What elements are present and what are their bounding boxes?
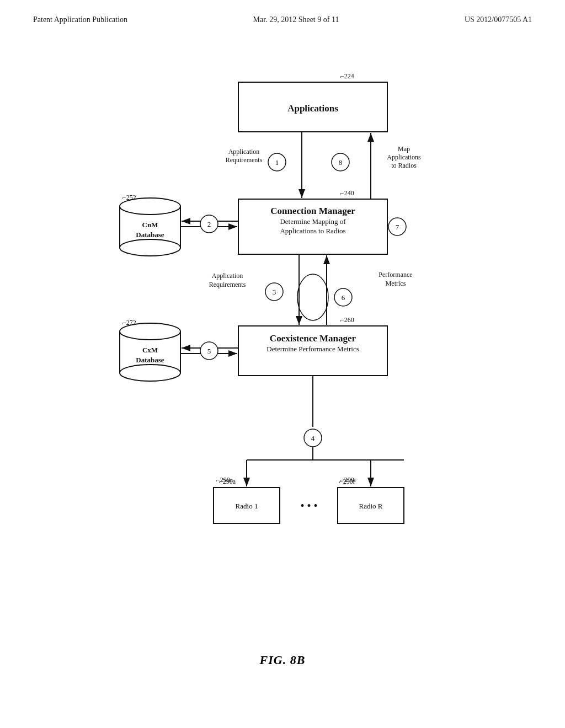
connection-manager-sublabel1: Determine Mapping of	[280, 217, 346, 226]
cnm-db-top	[120, 198, 180, 215]
step-5-label: 5	[207, 347, 211, 355]
ref-240: ⌐240	[340, 189, 354, 197]
ref-290a-label: ⌐290a	[219, 478, 236, 485]
cnm-db-bottom	[120, 239, 180, 256]
step-2-label: 2	[207, 220, 211, 228]
applications-label: Applications	[287, 103, 338, 114]
app-req-label-1b: Requirements	[226, 156, 263, 164]
step-8-label: 8	[339, 158, 343, 167]
ref-224: ⌐224	[340, 72, 354, 80]
cxm-db-label1: CxM	[142, 346, 158, 354]
cnm-db-label1: CnM	[142, 221, 158, 229]
step-3-label: 3	[273, 288, 276, 296]
loop-oval	[297, 274, 328, 320]
cnm-db-label2: Database	[136, 231, 164, 239]
ref-260: ⌐260	[340, 316, 354, 324]
map-apps-label-b: Applications	[387, 153, 421, 161]
step-4-label: 4	[311, 434, 315, 442]
cxm-db-top	[120, 323, 180, 340]
step-1-label: 1	[275, 158, 279, 167]
header-left: Patent Application Publication	[33, 15, 127, 24]
ref-290r-label: ⌐290r	[339, 478, 355, 485]
radio1-label: Radio 1	[236, 502, 258, 510]
app-req-label-1a: Application	[228, 148, 260, 156]
map-apps-label-c: to Radios	[391, 162, 417, 169]
cxm-db-label2: Database	[136, 356, 164, 364]
page-header: Patent Application Publication Mar. 29, …	[0, 0, 565, 30]
app-req-label-3a: Application	[212, 272, 243, 280]
coexistence-manager-label: Coexistence Manager	[270, 333, 356, 344]
perf-metrics-label-a: Performance	[379, 271, 412, 279]
map-apps-label-a: Map	[398, 145, 410, 153]
coexistence-manager-sublabel: Determine Performance Metrics	[266, 345, 359, 353]
perf-metrics-label-b: Metrics	[386, 280, 406, 287]
diagram-area: text { font-family: 'Times New Roman', T…	[0, 30, 565, 678]
dots-label: • • •	[300, 500, 317, 512]
step-7-label: 7	[396, 223, 399, 231]
header-right: US 2012/0077505 A1	[465, 15, 532, 24]
app-req-label-3b: Requirements	[209, 281, 246, 288]
header-center: Mar. 29, 2012 Sheet 9 of 11	[253, 15, 339, 24]
cxm-db-bottom	[120, 365, 180, 381]
radioR-label: Radio R	[359, 502, 383, 510]
connection-manager-sublabel2: Applications to Radios	[280, 227, 345, 235]
step-6-label: 6	[342, 293, 345, 302]
connection-manager-label: Connection Manager	[270, 206, 355, 216]
main-diagram: text { font-family: 'Times New Roman', T…	[89, 41, 476, 647]
fig-label: FIG. 8B	[0, 653, 565, 667]
